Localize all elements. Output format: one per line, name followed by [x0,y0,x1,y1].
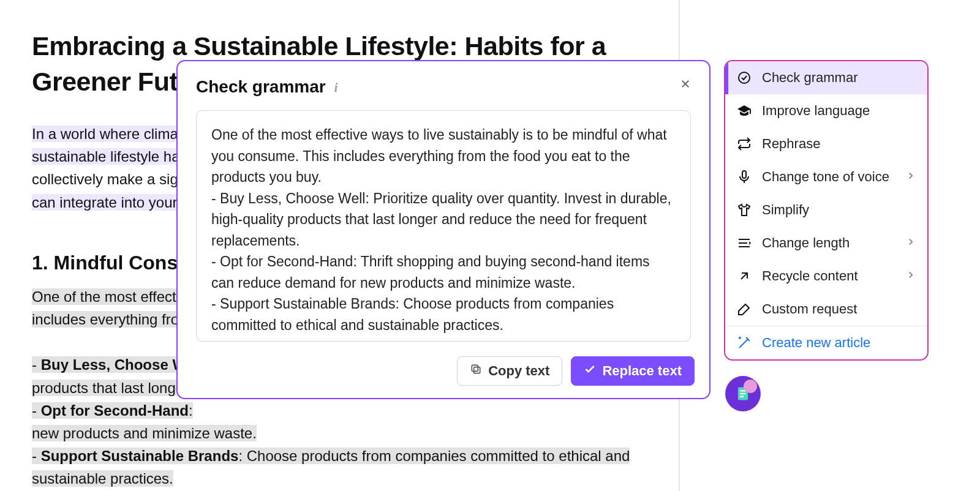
repeat-icon [736,136,752,152]
copy-icon [470,363,482,379]
graduation-cap-icon [736,103,752,119]
microphone-icon [736,169,752,185]
wand-icon [736,335,752,351]
menu-item-label: Check grammar [762,70,858,86]
menu-item-label: Simplify [762,202,809,218]
ai-assistant-fab[interactable] [725,376,761,411]
close-icon[interactable] [676,75,695,93]
menu-item-rephrase[interactable]: Rephrase [725,127,927,160]
menu-item-change-length[interactable]: Change length [725,227,927,260]
pencil-icon [736,301,752,317]
grammar-result-text: One of the most effective ways to live s… [196,110,691,342]
ai-actions-menu: Check grammar Improve language Rephrase … [724,60,929,361]
menu-item-label: Change tone of voice [762,169,889,185]
tshirt-icon [736,202,752,218]
arrow-up-right-icon [736,268,752,284]
menu-item-simplify[interactable]: Simplify [725,193,927,227]
notification-dot-icon [744,380,757,393]
menu-item-label: Custom request [762,301,857,317]
chevron-right-icon [905,235,916,251]
menu-item-label: Recycle content [762,268,858,284]
menu-item-label: Change length [762,235,850,251]
svg-rect-1 [472,365,478,371]
svg-rect-7 [740,396,744,397]
chevron-right-icon [905,169,916,185]
svg-point-2 [739,72,750,83]
menu-item-improve-language[interactable]: Improve language [725,94,927,127]
menu-item-label: Create new article [762,335,870,351]
popup-title: Check grammar [196,77,326,97]
menu-item-check-grammar[interactable]: Check grammar [725,61,927,94]
svg-rect-3 [742,171,746,178]
menu-item-label: Rephrase [762,136,820,152]
svg-rect-6 [740,393,745,394]
copy-text-button[interactable]: Copy text [457,356,562,386]
menu-item-recycle-content[interactable]: Recycle content [725,260,927,293]
grammar-result-popup: Check grammar i One of the most effectiv… [176,60,710,399]
copy-text-label: Copy text [488,363,549,379]
info-icon[interactable]: i [334,81,338,95]
menu-item-create-article[interactable]: Create new article [725,326,927,359]
lines-icon [736,235,752,251]
menu-item-change-tone[interactable]: Change tone of voice [725,160,927,193]
replace-text-button[interactable]: Replace text [571,356,695,386]
menu-item-custom-request[interactable]: Custom request [725,293,927,326]
check-icon [584,363,596,379]
menu-item-label: Improve language [762,103,870,119]
replace-text-label: Replace text [602,363,682,379]
chevron-right-icon [905,268,916,284]
svg-rect-0 [474,367,480,373]
check-circle-icon [736,70,752,86]
